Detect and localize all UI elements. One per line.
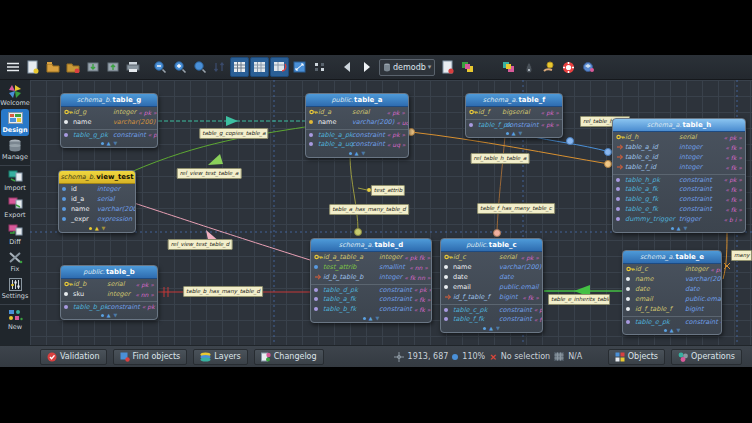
column-row-table_f_id[interactable]: table_f_idinteger« fk »	[613, 162, 745, 172]
back-icon[interactable]	[337, 57, 356, 77]
column-row-id_c[interactable]: id_cserial« pk »	[441, 252, 542, 262]
pen-tool-icon[interactable]	[519, 57, 538, 77]
column-row-name[interactable]: namevarchar(200)	[61, 117, 157, 127]
column-row-table_b_pk[interactable]: table_b_pkconstraint« pk »	[61, 301, 157, 311]
relationship-label[interactable]: table_g_copies_table_a	[199, 128, 268, 139]
sidebar-item-settings[interactable]: Settings	[0, 275, 30, 302]
table-footer-tools[interactable]: ▲▼	[61, 139, 157, 147]
donate-icon[interactable]	[539, 57, 558, 77]
expand-dot-icon[interactable]	[506, 132, 509, 135]
collapse-down-icon[interactable]: ▼	[114, 312, 118, 318]
column-row-date[interactable]: datedate	[623, 284, 721, 294]
table-node-table_g[interactable]: schema_b.table_gid_ginteger« pk »namevar…	[60, 93, 158, 148]
column-row-dummy_trigger[interactable]: dummy_triggertrigger« b i »	[613, 214, 745, 224]
table-header[interactable]: schema_b.table_g	[61, 94, 157, 107]
table-node-table_e[interactable]: schema_a.table_eid_cinteger« pk »namevar…	[622, 250, 722, 335]
column-row-id_f[interactable]: id_fbigserial« pk »	[466, 107, 562, 117]
column-row-id_a[interactable]: id_aserial	[59, 194, 135, 204]
import-icon[interactable]	[83, 57, 102, 77]
collapse-up-icon[interactable]: ▲	[95, 225, 99, 231]
relationship-label[interactable]: table_b_has_many_table_d	[183, 286, 263, 297]
collapse-up-icon[interactable]: ▲	[489, 325, 493, 331]
column-row-table_f_pk[interactable]: table_f_pkconstraint« pk »	[466, 119, 562, 129]
status-button-find-objects[interactable]: Find objects	[113, 349, 188, 365]
column-row-id_a[interactable]: id_aserial« pk »	[306, 107, 408, 117]
collapse-down-icon[interactable]: ▼	[496, 325, 500, 331]
table-node-view_test[interactable]: schema_b.view_testidintegerid_aserialnam…	[58, 170, 136, 233]
new-model-icon[interactable]	[23, 57, 42, 77]
column-row-sku[interactable]: skuinteger« nn »	[61, 289, 157, 299]
open-folder-icon[interactable]	[43, 57, 62, 77]
relationship-label[interactable]: table_f_has_many_table_c	[477, 203, 555, 214]
column-row-id_f_table_f[interactable]: id_f_table_fbigint	[623, 304, 721, 314]
expand-dot-icon[interactable]	[664, 329, 667, 332]
expand-dot-icon[interactable]	[363, 317, 366, 320]
relationship-label[interactable]: many	[731, 250, 752, 261]
column-row-id_f_table_f[interactable]: id_f_table_fbigint« fk »	[441, 292, 542, 302]
column-row-table_h_pk[interactable]: table_h_pkconstraint« pk »	[613, 174, 745, 184]
grid-view-icon[interactable]	[250, 57, 269, 77]
zoom-out-icon[interactable]	[150, 57, 169, 77]
table-header[interactable]: public.table_c	[441, 239, 542, 252]
table-header[interactable]: schema_a.table_e	[623, 251, 721, 264]
status-button-changelog[interactable]: Changelog	[254, 349, 324, 365]
table-header[interactable]: public.table_b	[61, 266, 157, 279]
table-footer-tools[interactable]: ▲▼	[59, 224, 135, 232]
column-row-table_c_pk[interactable]: table_c_pkconstraint« pk »	[441, 304, 542, 314]
column-row-id_b[interactable]: id_bserial« pk »	[61, 279, 157, 289]
relationship-label[interactable]: table_e_inherits_table_c	[548, 294, 610, 305]
collapse-down-icon[interactable]: ▼	[519, 130, 523, 136]
column-row-name[interactable]: namevarchar(200)	[59, 204, 135, 214]
save-model-icon[interactable]	[63, 57, 82, 77]
diagram-colors-icon[interactable]	[458, 57, 477, 77]
fit-window-icon[interactable]	[290, 57, 309, 77]
sidebar-item-design[interactable]: Design	[1, 109, 29, 136]
column-row-id_b_table_b[interactable]: id_b_table_binteger« fk nn »	[311, 272, 431, 282]
column-row-table_b_fk[interactable]: table_b_fkconstraint« fk »	[311, 304, 431, 314]
table-footer-tools[interactable]: ▲▼	[466, 129, 562, 137]
table-footer-tools[interactable]: ▲▼	[623, 326, 721, 334]
collapse-up-icon[interactable]: ▲	[512, 130, 516, 136]
column-row-id[interactable]: idinteger	[59, 184, 135, 194]
column-row-table_g_fk[interactable]: table_g_fkconstraint« fk »	[613, 194, 745, 204]
forward-icon[interactable]	[357, 57, 376, 77]
relationship-label[interactable]: rel_table_h_table_a	[471, 153, 530, 164]
column-row-table_d_pk[interactable]: table_d_pkconstraint« pk »	[311, 284, 431, 294]
column-row-test_attrib[interactable]: test_attribsmallint« nn »	[311, 262, 431, 272]
column-row-name[interactable]: namevarchar(200)	[441, 262, 542, 272]
help-icon[interactable]	[559, 57, 578, 77]
column-row-email[interactable]: emailpublic.email	[623, 294, 721, 304]
column-row-table_g_pk[interactable]: table_g_pkconstraint« pk »	[61, 129, 157, 139]
table-header[interactable]: schema_a.table_f	[466, 94, 562, 107]
sidebar-item-fix[interactable]: Fix	[0, 248, 30, 275]
spec-view-icon[interactable]	[310, 57, 329, 77]
expand-dot-icon[interactable]	[89, 227, 92, 230]
column-row-_expr[interactable]: _exprexpression	[59, 214, 135, 224]
collapse-down-icon[interactable]: ▼	[102, 225, 106, 231]
column-row-table_f_fk[interactable]: table_f_fkconstraint« fk »	[441, 314, 542, 324]
sidebar-item-diff[interactable]: Diff	[0, 221, 30, 248]
refresh-schema-icon[interactable]	[438, 57, 457, 77]
sidebar-item-import[interactable]: Import	[0, 165, 30, 194]
table-header[interactable]: schema_a.table_d	[311, 239, 431, 252]
column-row-table_e_id[interactable]: table_e_idinteger« fk »	[613, 152, 745, 162]
image-tool-icon[interactable]	[499, 57, 518, 77]
collapse-down-icon[interactable]: ▼	[114, 140, 118, 146]
expand-dot-icon[interactable]	[671, 227, 674, 230]
expand-dot-icon[interactable]	[101, 142, 104, 145]
db-selector[interactable]: demodb ▾	[379, 59, 435, 76]
table-node-table_a[interactable]: public.table_aid_aserial« pk »namevarcha…	[305, 93, 409, 158]
virtual-fk-icon[interactable]	[579, 57, 598, 77]
expand-dot-icon[interactable]	[101, 314, 104, 317]
relationship-label[interactable]: rel_view_test_table_d	[168, 239, 233, 250]
zoom-in-icon[interactable]	[190, 57, 209, 77]
column-row-id_c[interactable]: id_cinteger« pk »	[623, 264, 721, 274]
column-row-name[interactable]: namevarchar(200)« uq »	[306, 117, 408, 127]
status-button-operations[interactable]: Operations	[671, 349, 742, 365]
sidebar-item-manage[interactable]: Manage	[0, 136, 30, 163]
status-button-objects[interactable]: Objects	[608, 349, 665, 365]
column-row-id_a_table_a[interactable]: id_a_table_ainteger« pk fk »	[311, 252, 431, 262]
column-row-table_a_uq[interactable]: table_a_uqconstraint« uq »	[306, 139, 408, 149]
table-header[interactable]: schema_a.table_h	[613, 119, 745, 132]
table-footer-tools[interactable]: ▲▼	[441, 324, 542, 332]
